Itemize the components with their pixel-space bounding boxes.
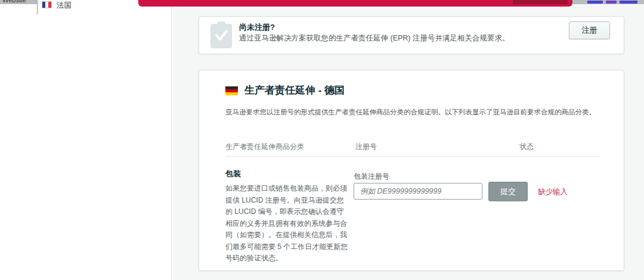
register-card-description: 通过亚马逊解决方案获取您的生产者责任延伸 (EPR) 注册号并满足相关合规要求。	[239, 33, 509, 43]
epr-card-intro: 亚马逊要求您以注册号的形式提供生产者责任延伸商品分类的合规证明。以下列表显示了亚…	[225, 108, 596, 117]
clipboard-check-icon	[210, 21, 232, 51]
table-header-divider	[225, 156, 600, 157]
category-name: 包装	[225, 169, 241, 179]
epr-germany-card: 生产者责任延伸 - 德国 亚马逊要求您以注册号的形式提供生产者责任延伸商品分类的…	[199, 70, 624, 271]
registration-number-input[interactable]	[354, 183, 482, 200]
top-strip-right	[572, 0, 644, 4]
clipped-link-fragment	[587, 1, 603, 4]
page: Website 法国 尚未注册? 通过亚马逊解决方案获取您的生产者责任延伸 (E…	[0, 0, 644, 280]
country-tab-france[interactable]: 法国	[37, 0, 138, 14]
clipped-link-fragment	[606, 1, 617, 4]
table-header-registration: 注册号	[355, 142, 377, 152]
epr-card-title: 生产者责任延伸 - 德国	[244, 83, 345, 97]
clipped-link-fragment	[620, 1, 637, 4]
germany-flag-icon	[225, 86, 238, 95]
table-header-status: 状态	[519, 142, 534, 152]
left-sidebar	[0, 0, 172, 280]
registration-input-label: 包装注册号	[354, 172, 389, 182]
category-description: 如果您要进口或销售包装商品，则必须 提供 LUCID 注册号。向亚马逊提交您 的…	[225, 183, 357, 265]
register-button[interactable]: 注册	[569, 21, 610, 39]
status-text: 缺少输入	[538, 187, 568, 197]
france-flag-icon	[42, 1, 52, 8]
table-header-category: 生产者责任延伸商品分类	[225, 142, 304, 152]
country-tab-label: 法国	[57, 1, 72, 11]
notification-banner-clipped	[138, 0, 572, 7]
website-tab[interactable]: Website	[2, 0, 36, 4]
top-strip-left: Website	[0, 0, 37, 4]
website-tab-label: Website	[2, 0, 26, 4]
register-card: 尚未注册? 通过亚马逊解决方案获取您的生产者责任延伸 (EPR) 注册号并满足相…	[199, 16, 624, 54]
submit-button[interactable]: 提交	[488, 182, 528, 201]
register-card-title: 尚未注册?	[239, 22, 275, 33]
clipped-banner-text-fragment	[513, 0, 568, 4]
